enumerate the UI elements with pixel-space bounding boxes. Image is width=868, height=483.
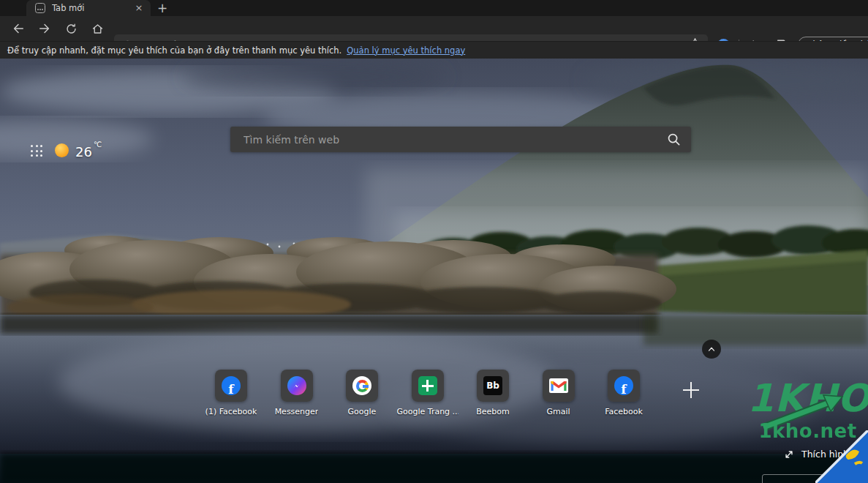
- browser-window: Tab mới × +: [0, 0, 868, 483]
- corner-ribbon: [815, 430, 868, 483]
- new-tab-page: 26℃ f (1) Facebook Messenger Goog: [0, 59, 868, 483]
- new-tab-page-icon: [35, 3, 45, 13]
- new-tab-button[interactable]: +: [155, 1, 170, 16]
- tab-title: Tab mới: [52, 3, 133, 13]
- manage-favorites-link[interactable]: Quản lý mục yêu thích ngay: [347, 45, 465, 56]
- quick-link-google[interactable]: Google: [333, 370, 391, 416]
- ntp-search-icon[interactable]: [667, 132, 681, 146]
- messenger-icon: [287, 376, 306, 395]
- weather-temperature: 26℃: [75, 141, 102, 160]
- quick-link-beebom[interactable]: Bb Beebom: [464, 370, 522, 416]
- favorites-bar: Để truy cập nhanh, đặt mục yêu thích của…: [0, 41, 868, 59]
- quick-link-messenger[interactable]: Messenger: [268, 370, 326, 416]
- weather-widget[interactable]: 26℃: [55, 141, 102, 160]
- forward-icon: [38, 22, 51, 35]
- quick-links-row: f (1) Facebook Messenger Google Google T…: [202, 370, 653, 416]
- refresh-button[interactable]: [60, 18, 82, 39]
- tab-new-tab[interactable]: Tab mới ×: [26, 0, 151, 16]
- favorites-bar-message: Để truy cập nhanh, đặt mục yêu thích của…: [7, 45, 341, 56]
- apps-grid-button[interactable]: [31, 145, 43, 157]
- tab-close-icon[interactable]: ×: [133, 2, 145, 14]
- sun-icon: [55, 143, 69, 157]
- quick-link-facebook-1[interactable]: f (1) Facebook: [202, 370, 260, 416]
- wallpaper-mountain-lake: [0, 59, 868, 483]
- quick-link-google-sheets[interactable]: Google Trang ...: [399, 370, 457, 416]
- refresh-icon: [65, 23, 78, 35]
- google-icon: [352, 376, 371, 395]
- scroll-down-page-button[interactable]: [702, 340, 721, 359]
- tab-strip: Tab mới × +: [0, 0, 868, 16]
- add-site-button[interactable]: [683, 382, 699, 398]
- back-icon: [12, 22, 25, 35]
- beebom-icon: Bb: [483, 376, 502, 395]
- gmail-icon: [549, 378, 568, 393]
- expand-diagonal-icon: [784, 449, 794, 460]
- back-button[interactable]: [7, 18, 29, 39]
- chevron-up-icon: [706, 344, 717, 354]
- facebook-icon: f: [222, 376, 241, 395]
- ntp-search-input[interactable]: [244, 134, 667, 146]
- quick-link-gmail[interactable]: Gmail: [529, 370, 588, 416]
- google-sheets-icon: [418, 376, 437, 395]
- toolbar: Không đồng bộ h: [0, 16, 868, 41]
- home-button[interactable]: [86, 18, 108, 39]
- facebook-icon: f: [614, 376, 633, 395]
- quick-link-facebook-2[interactable]: f Facebook: [595, 370, 653, 416]
- home-icon: [91, 23, 104, 35]
- forward-button[interactable]: [34, 18, 56, 39]
- ntp-search-bar[interactable]: [230, 127, 691, 152]
